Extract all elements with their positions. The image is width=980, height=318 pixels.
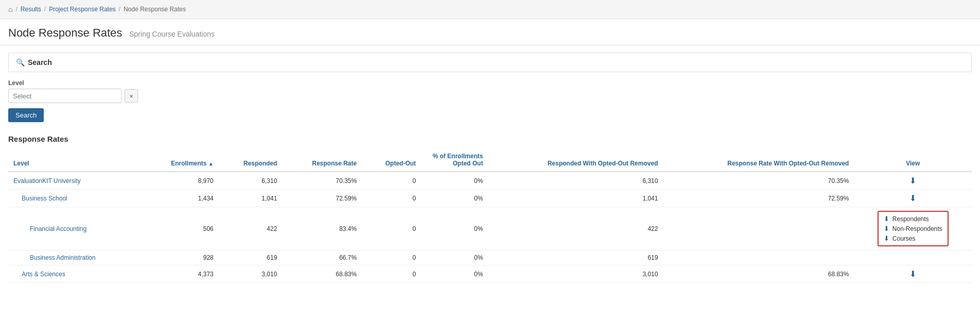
cell-response-rate: 72.59%: [282, 190, 362, 207]
popup-box: ⬇Respondents⬇Non-Respondents⬇Courses: [878, 211, 949, 246]
section-title: Response Rates: [8, 135, 972, 143]
level-select-input[interactable]: [8, 89, 122, 103]
cell-responded: 619: [218, 250, 282, 265]
popup-item-label: Non-Respondents: [892, 225, 942, 232]
cell-view: ⬇: [854, 172, 972, 190]
level-link[interactable]: Arts & Sciences: [22, 271, 65, 278]
cell-opted-out: 0: [362, 190, 421, 207]
page-header: Node Response Rates Spring Course Evalua…: [0, 19, 980, 45]
cell-responded: 422: [218, 207, 282, 250]
cell-view: ⬇: [854, 190, 972, 207]
cell-enrollments: 506: [142, 207, 219, 250]
cell-responded-removed: 422: [488, 207, 663, 250]
cell-rate-removed: [663, 207, 854, 250]
cell-pct-opted_out: 0%: [421, 265, 488, 283]
table-row: Business School1,4341,04172.59%00%1,0417…: [8, 190, 972, 207]
cell-enrollments: 1,434: [142, 190, 219, 207]
response-rates-section: Response Rates Level Enrollments ▲ Respo…: [8, 135, 972, 283]
cell-rate-removed: 70.35%: [663, 172, 854, 190]
popup-item-icon: ⬇: [884, 235, 889, 242]
search-button[interactable]: Search: [8, 108, 44, 122]
level-label: Level: [8, 79, 972, 87]
cell-responded: 6,310: [218, 172, 282, 190]
cell-view: [854, 250, 972, 265]
cell-level: EvaluationKIT University: [8, 172, 142, 190]
col-response-rate: Response Rate: [282, 148, 362, 172]
home-icon[interactable]: ⌂: [8, 5, 12, 13]
search-icon: 🔍: [16, 58, 25, 66]
level-link[interactable]: Business Administration: [30, 254, 95, 261]
response-rates-table: Level Enrollments ▲ Responded Response R…: [8, 148, 972, 283]
cell-responded-removed: 6,310: [488, 172, 663, 190]
breadcrumb: ⌂ / Results / Project Response Rates / N…: [0, 0, 980, 19]
col-enrollments[interactable]: Enrollments ▲: [142, 148, 219, 172]
cell-response-rate: 83.4%: [282, 207, 362, 250]
cell-pct-opted_out: 0%: [421, 250, 488, 265]
col-opted-out: Opted-Out: [362, 148, 421, 172]
cell-level: Business Administration: [8, 250, 142, 265]
level-select-wrapper: ×: [8, 89, 972, 103]
cell-level: Financial Accounting: [8, 207, 142, 250]
popup-item[interactable]: ⬇Respondents: [884, 215, 942, 223]
cell-rate-removed: 68.83%: [663, 265, 854, 283]
cell-view: ⬇Respondents⬇Non-Respondents⬇Courses: [854, 207, 972, 250]
col-responded: Responded: [218, 148, 282, 172]
cell-responded: 1,041: [218, 190, 282, 207]
table-row: EvaluationKIT University8,9706,31070.35%…: [8, 172, 972, 190]
cell-responded-removed: 619: [488, 250, 663, 265]
col-level: Level: [8, 148, 142, 172]
search-header-label: Search: [28, 58, 52, 66]
download-icon[interactable]: ⬇: [909, 270, 916, 278]
sort-asc-icon: ▲: [209, 161, 214, 166]
filter-section: Level × Search: [8, 79, 972, 127]
cell-pct-opted_out: 0%: [421, 207, 488, 250]
table-row: Financial Accounting50642283.4%00%422⬇Re…: [8, 207, 972, 250]
cell-rate-removed: [663, 250, 854, 265]
table-header-row: Level Enrollments ▲ Responded Response R…: [8, 148, 972, 172]
cell-responded-removed: 1,041: [488, 190, 663, 207]
cell-response-rate: 66.7%: [282, 250, 362, 265]
search-header: 🔍 Search: [16, 58, 964, 66]
level-link[interactable]: EvaluationKIT University: [13, 177, 81, 185]
cell-pct-opted_out: 0%: [421, 190, 488, 207]
cell-view: ⬇: [854, 265, 972, 283]
cell-enrollments: 4,373: [142, 265, 219, 283]
page-title: Node Response Rates: [8, 26, 122, 39]
table-row: Business Administration92861966.7%00%619: [8, 250, 972, 265]
cell-level: Business School: [8, 190, 142, 207]
cell-opted-out: 0: [362, 207, 421, 250]
cell-level: Arts & Sciences: [8, 265, 142, 283]
cell-responded: 3,010: [218, 265, 282, 283]
popup-item-icon: ⬇: [884, 225, 889, 232]
popup-item-icon: ⬇: [884, 215, 889, 223]
col-responded-removed: Responded With Opted-Out Removed: [488, 148, 663, 172]
level-link[interactable]: Financial Accounting: [30, 225, 87, 232]
popup-item[interactable]: ⬇Courses: [884, 235, 942, 242]
popup-container: ⬇Respondents⬇Non-Respondents⬇Courses: [859, 211, 967, 246]
popup-item-label: Respondents: [892, 215, 929, 223]
cell-rate-removed: 72.59%: [663, 190, 854, 207]
search-panel: 🔍 Search: [8, 53, 972, 72]
col-rate-removed: Response Rate With Opted-Out Removed: [663, 148, 854, 172]
download-icon[interactable]: ⬇: [909, 194, 916, 203]
popup-item[interactable]: ⬇Non-Respondents: [884, 225, 942, 232]
cell-opted-out: 0: [362, 265, 421, 283]
download-icon[interactable]: ⬇: [909, 176, 916, 185]
cell-opted-out: 0: [362, 250, 421, 265]
clear-button[interactable]: ×: [125, 89, 138, 103]
cell-responded-removed: 3,010: [488, 265, 663, 283]
breadcrumb-results[interactable]: Results: [21, 6, 41, 13]
col-view: View: [854, 148, 972, 172]
breadcrumb-current: Node Response Rates: [124, 6, 186, 13]
col-pct-opted-out: % of Enrollments Opted Out: [421, 148, 488, 172]
breadcrumb-project-response-rates[interactable]: Project Response Rates: [49, 6, 115, 13]
cell-opted-out: 0: [362, 172, 421, 190]
popup-item-label: Courses: [892, 235, 916, 242]
cell-enrollments: 8,970: [142, 172, 219, 190]
level-link[interactable]: Business School: [22, 195, 67, 202]
cell-response-rate: 68.83%: [282, 265, 362, 283]
cell-pct-opted_out: 0%: [421, 172, 488, 190]
cell-response-rate: 70.35%: [282, 172, 362, 190]
table-row: Arts & Sciences4,3733,01068.83%00%3,0106…: [8, 265, 972, 283]
cell-enrollments: 928: [142, 250, 219, 265]
